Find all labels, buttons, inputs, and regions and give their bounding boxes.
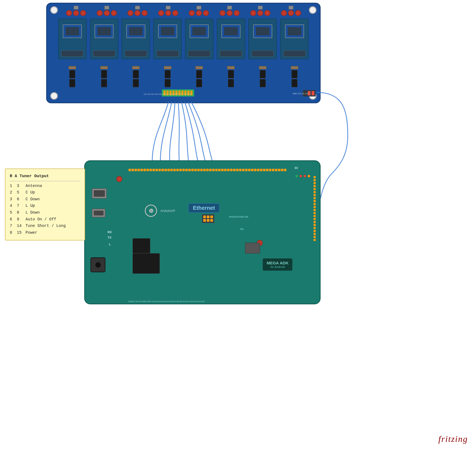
legend-box: R A Tuner Output 13Antenna25C Up36C Down… [5, 168, 85, 240]
pin-top-36 [233, 169, 236, 171]
relay-modules-row [57, 18, 310, 59]
pin-top-22 [191, 169, 194, 171]
pin-top-1 [129, 169, 131, 171]
screw-7c [264, 10, 270, 16]
connector-2 [97, 6, 117, 16]
legend-a: 9 [17, 216, 23, 223]
pin-top-2 [131, 169, 134, 171]
fritzing-watermark: fritzing [439, 434, 468, 444]
connector-8 [281, 6, 301, 16]
pin-top-41 [248, 169, 250, 171]
screw-terminals-row [61, 6, 306, 16]
led-rx [299, 175, 302, 177]
5v-label: 5V [295, 167, 298, 170]
pin-top-49 [272, 169, 274, 171]
reset-button-top [116, 176, 122, 182]
connector-5 [189, 6, 209, 16]
mount-hole-tl [50, 6, 58, 14]
relay-board: In1 In2 In3 In4 In5 In6 In7 In8 GND VCC … [46, 3, 321, 103]
pin-top-19 [182, 169, 185, 171]
component-3 [132, 66, 140, 87]
mount-hole-bl [50, 92, 58, 100]
screw-8b [288, 10, 294, 16]
pin-top-15 [170, 169, 173, 171]
pin-top-47 [266, 169, 268, 171]
pin-top-30 [215, 169, 218, 171]
component-7 [259, 66, 267, 87]
legend-r: 1 [10, 183, 14, 189]
bottom-pin-label-row: RESET 3V3 5V GND GND Vin A0 A1 A2 A3 A4 … [129, 301, 290, 302]
led-on [295, 175, 298, 177]
pin-top-40 [245, 169, 248, 171]
component-1 [68, 66, 76, 87]
relay-board-pin-label: In1 In2 In3 In4 In5 In6 In7 In8 GND VCC … [144, 93, 192, 95]
usb-device-port [92, 209, 105, 217]
legend-row: 36C Down [10, 196, 80, 203]
navigation-on-label: NAVIGATION ON [229, 215, 248, 218]
screw-8a [281, 10, 287, 16]
legend-a: 3 [17, 183, 23, 189]
legend-a: 15 [17, 229, 23, 236]
legend-row: 47L Up [10, 202, 80, 209]
pin-top-43 [254, 169, 256, 171]
relay-module-6 [217, 18, 245, 59]
screw-6a [220, 10, 226, 16]
pin-top-42 [251, 169, 253, 171]
pin-top-31 [218, 169, 221, 171]
mega-adk-subtitle: for Android [267, 265, 289, 268]
pin-top-7 [146, 169, 149, 171]
legend-a: 5 [17, 189, 23, 196]
connector-7 [250, 6, 270, 16]
pin-top-52 [281, 169, 283, 171]
screw-8c [295, 10, 301, 16]
ethernet-badge: Ethernet [188, 203, 220, 213]
relay-module-1 [58, 18, 87, 59]
pin-top-20 [185, 169, 188, 171]
led-l [308, 175, 310, 177]
mount-hole-tr [309, 6, 317, 14]
pin-top-38 [239, 169, 242, 171]
screw-5a [189, 10, 195, 16]
legend-desc: Tune Short / Long [26, 223, 80, 229]
component-4 [164, 66, 171, 87]
icsp-header [202, 214, 214, 223]
pin-top-12 [161, 169, 164, 171]
pin-top-45 [260, 169, 262, 171]
legend-r: 3 [10, 196, 14, 203]
screw-5b [196, 10, 202, 16]
component-2 [100, 66, 108, 87]
legend-desc: Antenna [26, 183, 80, 189]
screw-2a [97, 10, 103, 16]
mega-adk-badge: MEGA ADK for Android [262, 258, 293, 271]
legend-row: 13Antenna [10, 183, 80, 189]
pin-top-24 [197, 169, 200, 171]
screw-7b [257, 10, 263, 16]
relay-module-4 [153, 18, 182, 59]
pin-top-23 [194, 169, 197, 171]
legend-title: R A Tuner Output [10, 173, 80, 180]
component-8 [291, 66, 298, 87]
component-6 [227, 66, 235, 87]
relay-board-right-label: GND VCC JD-VCC [293, 92, 309, 95]
legend-a: 6 [17, 196, 23, 203]
pin-top-9 [152, 169, 155, 171]
right-pin-strip [314, 176, 316, 241]
pin-top-4 [137, 169, 140, 171]
connector-3 [127, 6, 148, 16]
legend-r: 2 [10, 189, 14, 196]
pin-top-51 [278, 169, 280, 171]
screw-5c [203, 10, 209, 16]
legend-r: 5 [10, 209, 14, 216]
screw-3a [127, 10, 133, 16]
pin-top-6 [143, 169, 146, 171]
pin-top-17 [176, 169, 179, 171]
main-ic-chip [133, 253, 160, 274]
pin-top-34 [227, 169, 230, 171]
pin-top-48 [269, 169, 271, 171]
legend-a: 8 [17, 209, 23, 216]
legend-r: 4 [10, 202, 14, 209]
screw-4c [172, 10, 178, 16]
pin-top-13 [164, 169, 167, 171]
arduino-text: Arduino® [160, 209, 175, 213]
legend-desc: C Up [26, 189, 80, 196]
